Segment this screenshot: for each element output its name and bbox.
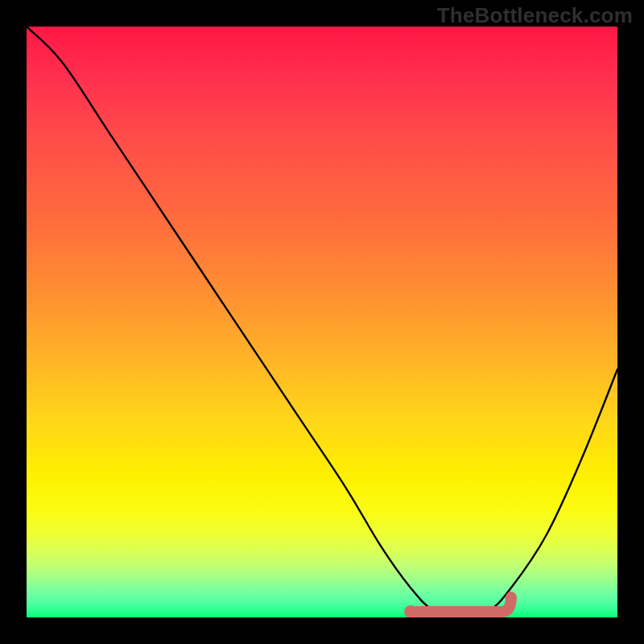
watermark-label: TheBottleneck.com [437, 3, 633, 28]
chart-frame: TheBottleneck.com [0, 0, 644, 644]
plot-area [27, 27, 617, 617]
bottleneck-chart [27, 27, 617, 617]
bottleneck-curve [27, 27, 617, 617]
